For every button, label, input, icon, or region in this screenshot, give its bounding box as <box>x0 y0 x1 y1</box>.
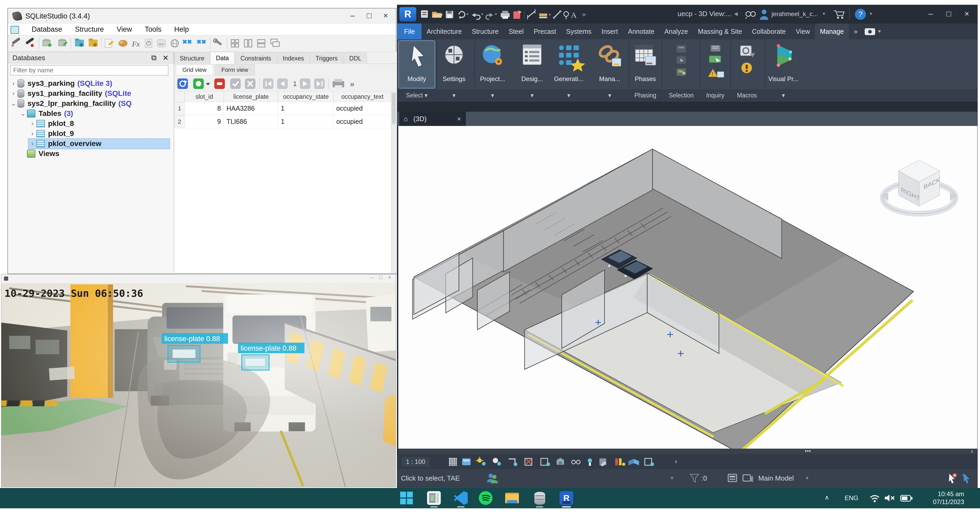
cell-license-plate[interactable]: HAA3286 <box>224 102 278 115</box>
clock[interactable]: 10:45 am 07/11/2023 <box>933 490 964 506</box>
tab-view[interactable]: View <box>791 24 815 39</box>
qat-overflow[interactable]: » <box>582 10 585 19</box>
modify-button[interactable]: Modify <box>399 41 435 88</box>
export-icon[interactable] <box>89 38 98 47</box>
minimize-button[interactable]: – <box>922 7 939 20</box>
temporary-hide-icon[interactable] <box>541 458 550 466</box>
tab-structure[interactable]: Structure <box>174 52 210 64</box>
new-sql-editor-icon[interactable] <box>105 39 113 48</box>
spotify-icon[interactable] <box>478 491 493 506</box>
user-menu-caret[interactable]: ▾ <box>823 11 825 17</box>
close-view-icon[interactable]: × <box>457 112 461 126</box>
menu-database[interactable]: Database <box>32 24 62 35</box>
tab-collaborate[interactable]: Collaborate <box>747 24 791 39</box>
menu-tools[interactable]: Tools <box>145 24 162 35</box>
caption-selection[interactable]: Selection <box>663 92 699 99</box>
layout-columns-icon[interactable] <box>244 40 252 47</box>
restore-windows-icon[interactable] <box>197 40 205 43</box>
tab-triggers[interactable]: Triggers <box>310 52 344 64</box>
row-number[interactable]: 2 <box>174 115 185 128</box>
tree-item-views[interactable]: Views <box>19 149 59 159</box>
undo-icon[interactable] <box>472 13 483 19</box>
home-icon[interactable] <box>421 10 428 18</box>
filter-input[interactable] <box>10 65 169 75</box>
editable-only-icon[interactable] <box>727 473 738 484</box>
generative-design-button[interactable]: Generati... <box>551 41 586 88</box>
cell-slot-id[interactable]: 9 <box>185 115 224 128</box>
extensions-icon[interactable] <box>171 40 178 47</box>
snipping-tool-icon[interactable] <box>426 491 441 506</box>
tab-precast[interactable]: Precast <box>529 24 561 39</box>
history-icon[interactable] <box>145 39 152 48</box>
caption-phasing[interactable]: Phasing <box>630 92 660 99</box>
col-occupancy-state[interactable]: occupancy_state <box>278 91 334 102</box>
close-windows-icon[interactable] <box>183 40 191 43</box>
cell-occupancy-text[interactable]: occupied <box>334 115 391 128</box>
home-icon[interactable]: ⌂ <box>404 115 408 123</box>
tab-ddl[interactable]: DDL <box>344 52 367 64</box>
row-number[interactable]: 1 <box>174 102 185 115</box>
layout-cascade-icon[interactable] <box>271 39 279 46</box>
inquiry-tools-group[interactable]: ! <box>702 43 729 86</box>
commit-button[interactable] <box>230 78 241 89</box>
tree-item-sys2-lpr-parking-facility[interactable]: ⌄sys2_lpr_parking_facility(SQ <box>10 99 132 108</box>
battery-icon[interactable] <box>899 493 913 503</box>
sun-path-icon[interactable] <box>476 457 486 466</box>
option-caret[interactable]: ▾ <box>806 475 808 481</box>
tag-icon[interactable] <box>564 12 568 19</box>
float-panel-icon[interactable]: ⧉ <box>151 54 156 62</box>
file-explorer-icon[interactable] <box>505 491 519 506</box>
tab-analyze[interactable]: Analyze <box>659 24 693 39</box>
sync-icon[interactable] <box>459 12 468 19</box>
text-icon[interactable]: A <box>571 11 577 19</box>
close-button[interactable]: × <box>385 274 394 281</box>
vcb-collapse[interactable]: ‹ <box>675 457 677 466</box>
menu-help[interactable]: Help <box>174 24 189 35</box>
minimize-button[interactable]: – <box>345 10 360 21</box>
print-icon[interactable] <box>501 11 510 19</box>
displacement-icon[interactable] <box>615 458 625 466</box>
drawing-area[interactable]: RIGHT BACK ••• › <box>398 126 977 455</box>
sqlitestudio-titlebar[interactable]: SQLiteStudio (3.4.4) – □ × <box>8 8 396 23</box>
rollback-button[interactable] <box>245 78 256 89</box>
tab-manage[interactable]: Manage <box>815 24 849 39</box>
window-menu-icon[interactable] <box>11 26 19 34</box>
maximize-button[interactable]: □ <box>940 7 957 20</box>
worksets-icon[interactable] <box>486 472 499 485</box>
viewcube[interactable]: RIGHT BACK <box>881 160 957 214</box>
tab-massing-site[interactable]: Massing & Site <box>693 24 747 39</box>
phases-button[interactable]: Phases <box>630 41 660 88</box>
subtab-form-view[interactable]: Form view <box>215 64 255 75</box>
video-window-titlebar[interactable]: –□× <box>1 274 396 283</box>
open-icon[interactable] <box>432 12 442 18</box>
press-drag-icon[interactable] <box>961 472 973 485</box>
record-button[interactable] <box>862 24 883 39</box>
subtab-grid-view[interactable]: Grid view <box>176 64 213 75</box>
reveal-hidden-icon[interactable] <box>588 458 592 466</box>
lock-view-icon[interactable] <box>557 458 564 465</box>
model-line-icon[interactable] <box>553 10 562 19</box>
refresh-button[interactable] <box>177 78 188 89</box>
hide-crop-icon[interactable] <box>525 458 532 465</box>
manage-links-button[interactable]: Mana... <box>595 41 625 88</box>
caption-generative-caret[interactable]: ▾ <box>551 92 586 99</box>
cell-license-plate[interactable]: TLI686 <box>224 115 278 128</box>
import-icon[interactable] <box>75 38 84 47</box>
tab-steel[interactable]: Steel <box>504 24 529 39</box>
cell-slot-id[interactable]: 8 <box>185 102 224 115</box>
language-indicator[interactable]: ENG <box>845 494 858 502</box>
config-wrench-icon[interactable] <box>213 39 222 46</box>
tree-item-pklot-9[interactable]: ›pklot_9 <box>29 129 74 139</box>
caption-design-caret[interactable]: ▾ <box>517 92 548 99</box>
open-sql-file-icon[interactable] <box>119 40 127 47</box>
redo-icon[interactable] <box>486 13 497 19</box>
col-license-plate[interactable]: license_plate <box>224 91 278 102</box>
tree-item-sys3-parking[interactable]: ›sys3_parking(SQLite 3) <box>10 79 112 88</box>
connect-database-icon[interactable] <box>11 37 21 47</box>
next-page-button[interactable] <box>300 78 310 89</box>
exclude-options-icon[interactable] <box>946 472 958 485</box>
cell-occupancy-state[interactable]: 1 <box>278 102 334 115</box>
menu-view[interactable]: View <box>117 24 132 35</box>
close-panel-icon[interactable]: ✕ <box>162 54 169 62</box>
col-slot-id[interactable]: slot_id <box>185 91 224 102</box>
